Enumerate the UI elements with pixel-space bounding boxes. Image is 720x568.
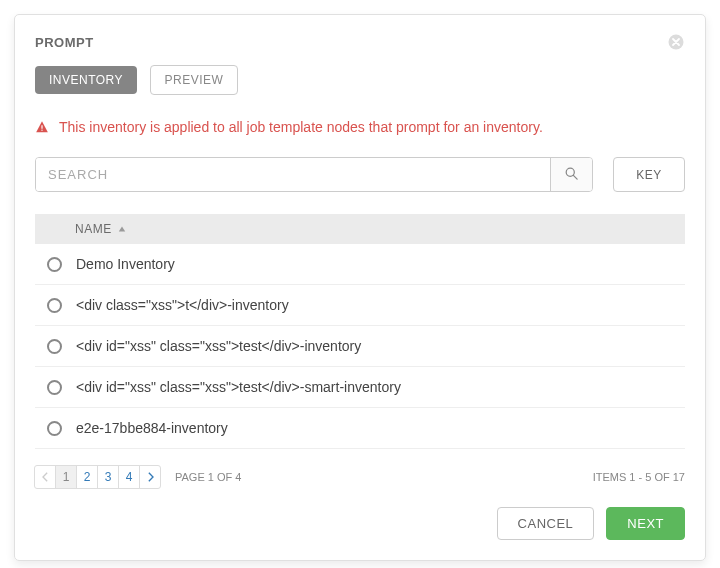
search-button[interactable] [550,158,592,191]
pager-next[interactable] [139,465,161,489]
radio-button[interactable] [47,380,62,395]
tab-preview[interactable]: PREVIEW [150,65,239,95]
inventory-name: <div id="xss" class="xss">test</div>-sma… [76,379,401,395]
warning-icon [35,120,49,134]
svg-rect-1 [41,125,42,129]
radio-button[interactable] [47,339,62,354]
pager-left: 1 2 3 4 PAGE 1 OF 4 [35,465,241,489]
modal-footer: CANCEL NEXT [35,507,685,540]
table-row[interactable]: <div id="xss" class="xss">test</div>-inv… [35,326,685,367]
svg-rect-2 [41,130,42,131]
search-input[interactable] [36,158,550,191]
table-row[interactable]: e2e-17bbe884-inventory [35,408,685,449]
table-row[interactable]: <div id="xss" class="xss">test</div>-sma… [35,367,685,408]
table-row[interactable]: Demo Inventory [35,244,685,285]
chevron-right-icon [147,472,154,482]
items-of-text: ITEMS 1 - 5 OF 17 [593,471,685,483]
inventory-name: <div id="xss" class="xss">test</div>-inv… [76,338,361,354]
search-icon [564,166,579,184]
inventory-name: e2e-17bbe884-inventory [76,420,228,436]
tab-inventory[interactable]: INVENTORY [35,66,137,94]
inventory-name: Demo Inventory [76,256,175,272]
table-header[interactable]: NAME [35,214,685,244]
cancel-button[interactable]: CANCEL [497,507,595,540]
modal-title: PROMPT [35,35,94,50]
table-row[interactable]: <div class="xss">t</div>-inventory [35,285,685,326]
search-row: KEY [35,157,685,192]
pagination-bar: 1 2 3 4 PAGE 1 OF 4 ITEMS 1 - 5 OF 17 [35,465,685,489]
svg-line-4 [573,175,577,179]
chevron-left-icon [42,472,49,482]
pager-page[interactable]: 4 [118,465,140,489]
pager-page[interactable]: 2 [76,465,98,489]
pager: 1 2 3 4 [35,465,161,489]
close-icon[interactable] [667,33,685,51]
modal-header: PROMPT [35,33,685,51]
warning-banner: This inventory is applied to all job tem… [35,119,685,135]
column-header-name: NAME [75,222,112,236]
pager-prev[interactable] [34,465,56,489]
key-button[interactable]: KEY [613,157,685,192]
inventory-name: <div class="xss">t</div>-inventory [76,297,289,313]
radio-button[interactable] [47,257,62,272]
sort-asc-icon [118,225,126,233]
pager-page[interactable]: 1 [55,465,77,489]
prompt-modal: PROMPT INVENTORY PREVIEW This inventory … [14,14,706,561]
tab-bar: INVENTORY PREVIEW [35,65,685,95]
page-of-text: PAGE 1 OF 4 [175,471,241,483]
table-body: Demo Inventory <div class="xss">t</div>-… [35,244,685,449]
radio-button[interactable] [47,298,62,313]
warning-text: This inventory is applied to all job tem… [59,119,543,135]
search-group [35,157,593,192]
radio-button[interactable] [47,421,62,436]
next-button[interactable]: NEXT [606,507,685,540]
pager-page[interactable]: 3 [97,465,119,489]
